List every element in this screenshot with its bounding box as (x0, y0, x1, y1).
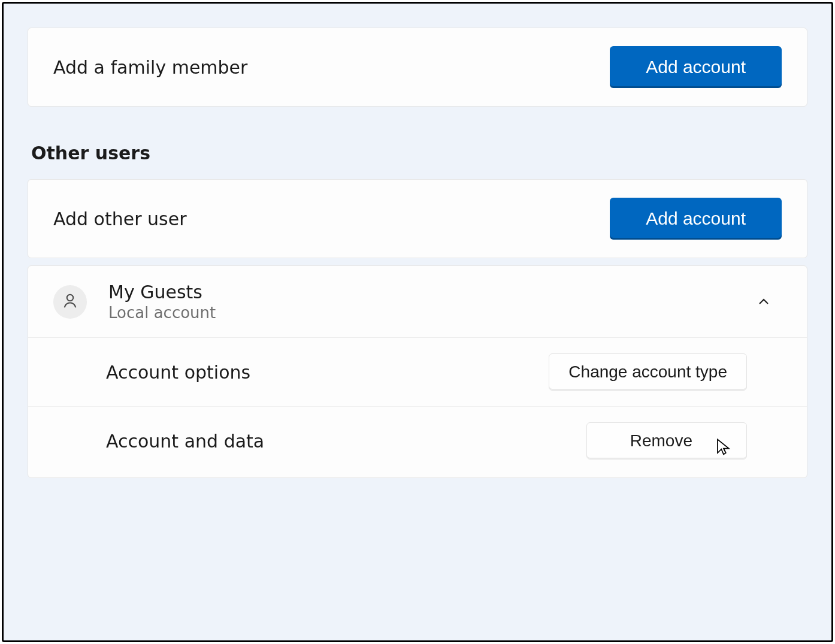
account-and-data-row: Account and data Remove (28, 407, 807, 477)
add-family-member-label: Add a family member (53, 57, 247, 78)
user-name-block: My Guests Local account (108, 282, 752, 322)
change-account-type-button[interactable]: Change account type (549, 353, 747, 391)
account-and-data-label: Account and data (106, 431, 264, 452)
user-account-card: My Guests Local account Account options … (28, 265, 807, 478)
add-other-user-account-button[interactable]: Add account (610, 198, 782, 240)
account-options-row: Account options Change account type (28, 338, 807, 407)
add-family-account-button[interactable]: Add account (610, 46, 782, 88)
settings-other-users-panel: Add a family member Add account Other us… (2, 2, 833, 642)
user-avatar (53, 285, 87, 319)
remove-account-button[interactable]: Remove (586, 422, 747, 459)
other-users-heading: Other users (31, 143, 807, 164)
user-account-header[interactable]: My Guests Local account (28, 266, 807, 338)
user-name: My Guests (108, 282, 752, 303)
user-account-type-label: Local account (108, 304, 752, 322)
person-icon (61, 292, 79, 312)
add-family-member-row: Add a family member Add account (28, 28, 807, 107)
add-other-user-label: Add other user (53, 208, 187, 229)
chevron-up-icon (752, 290, 776, 314)
account-options-label: Account options (106, 362, 250, 383)
add-other-user-row: Add other user Add account (28, 179, 807, 258)
svg-point-0 (67, 294, 74, 301)
